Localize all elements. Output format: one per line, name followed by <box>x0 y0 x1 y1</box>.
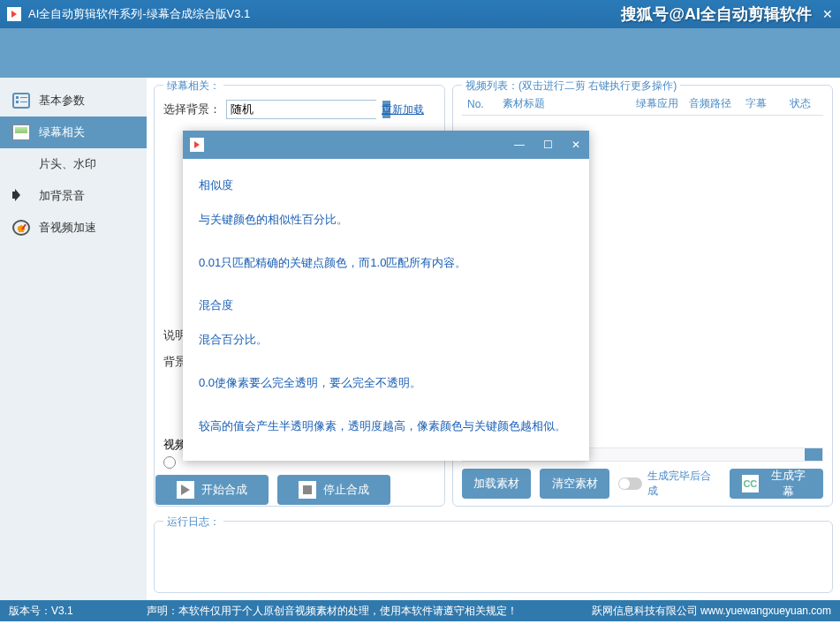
close-icon[interactable]: ✕ <box>570 139 582 151</box>
cc-icon: CC <box>742 475 760 492</box>
start-compose-button[interactable]: 开始合成 <box>155 475 269 505</box>
reload-link[interactable]: 重新加载 <box>382 102 424 117</box>
version-label: 版本号：V3.1 <box>9 604 147 619</box>
statusbar: 版本号：V3.1 声明：本软件仅用于个人原创音视频素材的处理，使用本软件请遵守相… <box>0 600 840 621</box>
help-dialog: ― ☐ ✕ 相似度 与关键颜色的相似性百分比。 0.01只匹配精确的关键点颜色，… <box>183 131 589 461</box>
dialog-titlebar[interactable]: ― ☐ ✕ <box>183 131 589 159</box>
col-app: 绿幕应用 <box>631 96 684 111</box>
table-header: No. 素材标题 绿幕应用 音频路径 字幕 状态 <box>462 93 823 116</box>
sidebar-item-speed[interactable]: 音视频加速 <box>0 212 147 244</box>
screen-icon <box>12 124 30 140</box>
speaker-icon <box>12 188 30 204</box>
panel-title: 绿幕相关： <box>163 79 223 94</box>
sidebar-item-label: 片头、水印 <box>39 156 96 172</box>
help-text: 与关键颜色的相似性百分比。 <box>199 211 573 229</box>
panel-title: 运行日志： <box>163 515 223 530</box>
app-logo-icon <box>7 7 21 21</box>
col-audio: 音频路径 <box>684 96 740 111</box>
window-close-icon[interactable]: ✕ <box>822 7 833 21</box>
col-stat: 状态 <box>784 96 823 111</box>
button-label: 停止合成 <box>323 482 369 498</box>
help-text: 较高的值会产生半透明像素，透明度越高，像素颜色与关键颜色越相似。 <box>199 417 573 436</box>
dialog-body: 相似度 与关键颜色的相似性百分比。 0.01只匹配精确的关键点颜色，而1.0匹配… <box>183 159 589 470</box>
play-icon <box>177 481 194 499</box>
panel-title: 视频列表：(双击进行二剪 右键执行更多操作) <box>462 79 680 94</box>
sidebar-item-greenscreen[interactable]: 绿幕相关 <box>0 117 147 148</box>
stop-icon <box>299 481 316 499</box>
sidebar-item-basic[interactable]: 基本参数 <box>0 85 147 117</box>
toggle-label: 生成完毕后合成 <box>647 469 720 499</box>
help-text: 0.01只匹配精确的关键点颜色，而1.0匹配所有内容。 <box>199 254 573 273</box>
gauge-icon <box>12 220 30 236</box>
bg-input[interactable] <box>227 101 382 118</box>
company-label: 跃网信息科技有限公司 www.yuewangxueyuan.com <box>592 604 831 619</box>
log-panel: 运行日志： <box>154 521 833 593</box>
sidebar-item-bgm[interactable]: 加背景音 <box>0 180 147 212</box>
help-text: 0.0使像素要么完全透明，要么完全不透明。 <box>199 374 573 393</box>
bg-label: 选择背景： <box>163 101 221 117</box>
compose-after-toggle[interactable]: 生成完毕后合成 <box>618 469 721 499</box>
stop-compose-button[interactable]: 停止合成 <box>277 475 390 505</box>
button-label: 生成字幕 <box>766 468 811 500</box>
sidebar: 基本参数 绿幕相关 片头、水印 加背景音 音视频加速 <box>0 78 147 600</box>
watermark-text: 搜狐号@AI全自动剪辑软件 <box>621 4 812 25</box>
col-title: 素材标题 <box>497 96 631 111</box>
toggle-track[interactable] <box>618 477 642 490</box>
flower-icon <box>12 158 30 170</box>
help-text: 相似度 <box>199 177 573 195</box>
help-text: 混合百分比。 <box>199 331 573 350</box>
button-label: 开始合成 <box>201 482 247 498</box>
radio-option[interactable] <box>163 456 176 469</box>
dialog-logo-icon <box>190 138 204 152</box>
minimize-icon[interactable]: ― <box>513 139 526 151</box>
toolbar <box>0 28 840 78</box>
sidebar-item-intro-watermark[interactable]: 片头、水印 <box>0 148 147 180</box>
app-title: AI全自动剪辑软件系列-绿幕合成综合版V3.1 <box>28 6 250 22</box>
sidebar-item-label: 加背景音 <box>39 188 85 204</box>
disclaimer-label: 声明：本软件仅用于个人原创音视频素材的处理，使用本软件请遵守相关规定！ <box>147 604 518 619</box>
sidebar-item-label: 音视频加速 <box>39 220 96 236</box>
help-text: 混合度 <box>199 297 573 315</box>
clear-material-button[interactable]: 清空素材 <box>540 469 609 499</box>
load-material-button[interactable]: 加载素材 <box>462 469 531 499</box>
generate-subtitle-button[interactable]: CC 生成字幕 <box>730 469 823 499</box>
sidebar-item-label: 基本参数 <box>39 93 85 109</box>
sidebar-item-label: 绿幕相关 <box>39 124 85 140</box>
list-icon <box>12 93 30 109</box>
col-sub: 字幕 <box>740 96 784 111</box>
col-no: No. <box>462 98 497 110</box>
bg-combobox[interactable]: ▼ <box>226 100 376 119</box>
titlebar: AI全自动剪辑软件系列-绿幕合成综合版V3.1 搜狐号@AI全自动剪辑软件 ✕ <box>0 0 840 28</box>
maximize-icon[interactable]: ☐ <box>541 139 554 151</box>
